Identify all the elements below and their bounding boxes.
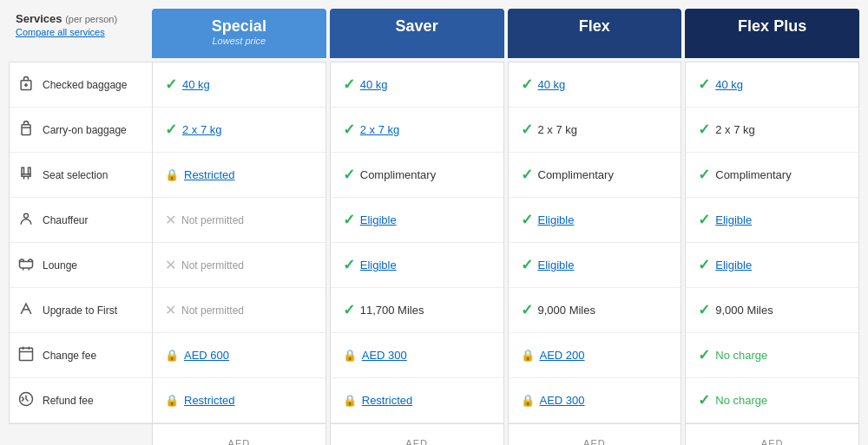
cell-link[interactable]: AED 200: [540, 349, 585, 362]
cell-saver-carry-on-baggage: ✓2 x 7 kg: [331, 108, 503, 153]
label-lounge: Lounge: [10, 243, 152, 288]
compare-link[interactable]: Compare all services: [16, 27, 105, 37]
svg-rect-9: [20, 348, 33, 360]
cell-flex-refund-fee: 🔒AED 300: [509, 378, 681, 423]
svg-line-15: [22, 399, 24, 402]
cell-flex-plus-chauffeur: ✓Eligible: [686, 198, 858, 243]
cell-special-lounge: ✕Not permitted: [153, 243, 326, 288]
cell-saver-chauffeur: ✓Eligible: [331, 198, 503, 243]
lock-icon: 🔒: [343, 349, 357, 362]
cell-link[interactable]: 40 kg: [360, 78, 388, 91]
cell-saver-upgrade-to-first: ✓11,700 Miles: [331, 288, 503, 333]
cell-link[interactable]: 40 kg: [538, 78, 566, 91]
check-icon: ✓: [343, 121, 355, 139]
lounge-icon: [16, 255, 36, 275]
cell-saver-checked-baggage: ✓40 kg: [331, 62, 503, 108]
cell-link[interactable]: Eligible: [360, 213, 397, 226]
check-icon: ✓: [698, 391, 710, 409]
footer-flex-plus: AED 3,870 Select: [685, 424, 859, 445]
cell-link[interactable]: Restricted: [184, 168, 235, 181]
top-header: Services (per person)Compare all service…: [9, 9, 859, 58]
cell-special-upgrade-to-first: ✕Not permitted: [153, 288, 326, 333]
lock-icon: 🔒: [521, 394, 535, 407]
cell-link[interactable]: AED 600: [184, 349, 229, 362]
lock-icon: 🔒: [165, 349, 179, 362]
cross-icon: ✕: [165, 257, 176, 273]
services-header: Services (per person)Compare all service…: [9, 9, 152, 58]
cell-special-chauffeur: ✕Not permitted: [153, 198, 326, 243]
label-change-fee: Change fee: [10, 333, 152, 378]
lock-icon: 🔒: [343, 394, 357, 407]
cell-flex-plus-checked-baggage: ✓40 kg: [686, 62, 858, 108]
check-icon: ✓: [343, 75, 355, 94]
data-col-special: ✓40 kg✓2 x 7 kg🔒Restricted✕Not permitted…: [152, 62, 326, 424]
cell-flex-plus-refund-fee: ✓No charge: [686, 378, 858, 423]
cell-special-carry-on-baggage: ✓2 x 7 kg: [153, 108, 326, 153]
cell-link[interactable]: AED 300: [362, 349, 407, 362]
upgrade-to-first-icon: [16, 300, 36, 320]
cell-special-seat-selection: 🔒Restricted: [153, 153, 326, 198]
data-col-saver: ✓40 kg✓2 x 7 kg✓Complimentary✓Eligible✓E…: [330, 62, 504, 424]
data-col-flex: ✓40 kg✓2 x 7 kg✓Complimentary✓Eligible✓E…: [508, 62, 682, 424]
cell-special-refund-fee: 🔒Restricted: [153, 378, 326, 423]
check-icon: ✓: [521, 75, 533, 94]
checked-baggage-icon: [16, 75, 36, 95]
cell-flex-plus-change-fee: ✓No charge: [686, 333, 858, 378]
check-icon: ✓: [521, 166, 533, 184]
cell-link[interactable]: AED 300: [540, 394, 585, 407]
cell-flex-lounge: ✓Eligible: [509, 243, 681, 288]
check-icon: ✓: [521, 211, 533, 229]
data-col-flex-plus: ✓40 kg✓2 x 7 kg✓Complimentary✓Eligible✓E…: [685, 62, 859, 424]
cross-icon: ✕: [165, 212, 176, 228]
label-seat-selection: Seat selection: [10, 153, 152, 198]
plan-header-flex-plus: Flex Plus: [685, 9, 859, 58]
check-icon: ✓: [343, 256, 355, 274]
check-icon: ✓: [343, 301, 355, 319]
check-icon: ✓: [698, 346, 710, 364]
check-icon: ✓: [698, 75, 710, 94]
cell-saver-change-fee: 🔒AED 300: [331, 333, 503, 378]
labels-col: Checked baggageCarry-on baggageSeat sele…: [9, 62, 152, 424]
check-icon: ✓: [165, 121, 177, 139]
cell-saver-lounge: ✓Eligible: [331, 243, 503, 288]
cell-link[interactable]: 2 x 7 kg: [360, 123, 400, 136]
cell-special-checked-baggage: ✓40 kg: [153, 62, 326, 108]
cell-flex-change-fee: 🔒AED 200: [509, 333, 681, 378]
cell-flex-carry-on-baggage: ✓2 x 7 kg: [509, 108, 681, 153]
check-icon: ✓: [165, 75, 177, 94]
check-icon: ✓: [521, 121, 533, 139]
plan-header-special: SpecialLowest price: [152, 9, 326, 58]
lock-icon: 🔒: [165, 394, 179, 407]
cell-link[interactable]: 2 x 7 kg: [182, 123, 222, 136]
check-icon: ✓: [343, 166, 355, 184]
cell-link[interactable]: Eligible: [715, 213, 752, 226]
cell-flex-plus-seat-selection: ✓Complimentary: [686, 153, 858, 198]
cell-saver-seat-selection: ✓Complimentary: [331, 153, 503, 198]
pricing-container: Services (per person)Compare all service…: [9, 9, 859, 445]
cell-link[interactable]: Eligible: [715, 258, 752, 272]
chauffeur-icon: [16, 210, 36, 230]
footer-area: AED 2,490 Select AED 2,870 Select AED 3,…: [9, 424, 859, 445]
cell-flex-plus-lounge: ✓Eligible: [686, 243, 858, 288]
check-icon: ✓: [521, 301, 533, 319]
cross-icon: ✕: [165, 302, 176, 318]
label-footer: [9, 424, 152, 445]
label-chauffeur: Chauffeur: [10, 198, 152, 243]
cell-flex-chauffeur: ✓Eligible: [509, 198, 681, 243]
label-carry-on-baggage: Carry-on baggage: [10, 108, 152, 153]
plan-header-saver: Saver: [330, 9, 504, 58]
cell-link[interactable]: Eligible: [538, 213, 575, 226]
cell-link[interactable]: 40 kg: [182, 78, 210, 91]
main-area: Checked baggageCarry-on baggageSeat sele…: [9, 62, 859, 424]
cell-flex-plus-upgrade-to-first: ✓9,000 Miles: [686, 288, 858, 333]
cell-link[interactable]: Restricted: [184, 394, 235, 407]
cell-link[interactable]: Eligible: [538, 258, 575, 272]
cell-flex-upgrade-to-first: ✓9,000 Miles: [509, 288, 681, 333]
carry-on-baggage-icon: [16, 120, 36, 140]
label-refund-fee: Refund fee: [10, 378, 152, 423]
cell-special-change-fee: 🔒AED 600: [153, 333, 326, 378]
cell-link[interactable]: Eligible: [360, 258, 397, 272]
cell-link[interactable]: 40 kg: [715, 78, 743, 91]
cell-link[interactable]: Restricted: [362, 394, 413, 407]
seat-selection-icon: [16, 165, 36, 185]
